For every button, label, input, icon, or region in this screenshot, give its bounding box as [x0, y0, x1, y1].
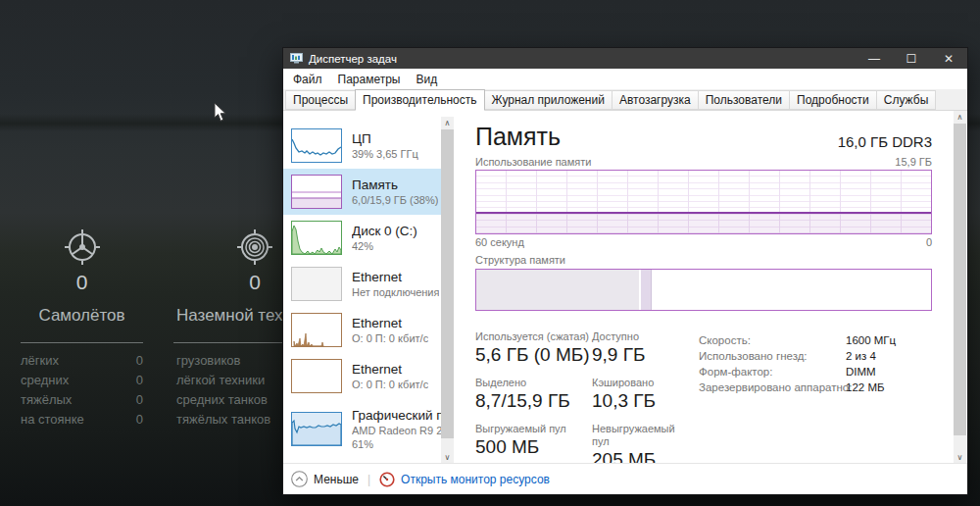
propeller-icon: [63, 228, 102, 271]
menu-view[interactable]: Вид: [408, 73, 445, 86]
composition-modified-segment: [641, 270, 652, 310]
sidebar-item-ethernet-2[interactable]: Ethernet О: 0 П: 0 кбит/с: [283, 307, 441, 353]
aircraft-count: 0: [21, 271, 143, 294]
titlebar[interactable]: Диспетчер задач — ☐ ✕: [283, 48, 967, 69]
collapse-button[interactable]: Меньше: [291, 471, 359, 487]
divider: [21, 342, 143, 343]
info-form-factor: Форм-фактор:DIMM: [699, 364, 896, 380]
tab-performance[interactable]: Производительность: [355, 89, 484, 111]
tab-processes[interactable]: Процессы: [285, 90, 356, 110]
hardware-info: Скорость:1600 МГц Использовано гнезд:2 и…: [699, 330, 896, 471]
menu-file[interactable]: Файл: [285, 73, 330, 86]
tab-details[interactable]: Подробности: [789, 90, 877, 110]
tab-app-history[interactable]: Журнал приложений: [484, 90, 612, 110]
ethernet-mini-graph-disabled: [291, 267, 342, 301]
pane-title: Память: [475, 123, 561, 150]
aircraft-title: Самолётов: [21, 306, 143, 326]
info-speed: Скорость:1600 МГц: [699, 332, 896, 348]
stat-available: Доступно 9,9 ГБ: [592, 330, 690, 366]
footer-separator: |: [368, 473, 370, 486]
aircraft-row: на стоянке 0: [21, 410, 143, 430]
tab-services[interactable]: Службы: [876, 90, 936, 110]
aircraft-row: тяжёлых 0: [21, 390, 143, 410]
scrollbar-thumb[interactable]: [441, 129, 454, 438]
aircraft-row: средних 0: [21, 371, 143, 390]
mouse-cursor: [214, 102, 227, 126]
window-title: Диспетчер задач: [309, 53, 856, 65]
usage-chart-max: 15,9 ГБ: [895, 156, 932, 168]
tank-wheel-icon: [235, 228, 274, 271]
info-hw-reserved: Зарезервировано аппаратно:122 МБ: [699, 380, 896, 395]
chart-x-left: 60 секунд: [475, 236, 524, 248]
close-button[interactable]: ✕: [930, 48, 967, 69]
ethernet-mini-graph-traffic: [291, 313, 342, 347]
window-footer: Меньше | Открыть монитор ресурсов: [283, 463, 967, 494]
scroll-up-arrow[interactable]: ∧: [954, 111, 966, 124]
sidebar-item-memory[interactable]: Память 6,0/15,9 ГБ (38%): [283, 169, 441, 215]
info-slots: Использовано гнезд:2 из 4: [699, 348, 896, 364]
memory-stats: Используется (сжатая) 5,6 ГБ (0 МБ) Дост…: [475, 330, 690, 471]
screen: 0 Самолётов лёгких 0 средних 0 тяжёлых 0…: [0, 0, 980, 506]
cpu-mini-graph: [291, 128, 342, 163]
scroll-up-arrow[interactable]: ∧: [441, 117, 454, 129]
disk-mini-graph: [291, 221, 342, 255]
menu-options[interactable]: Параметры: [330, 73, 409, 86]
memory-mini-graph: [291, 175, 342, 209]
stat-cached: Кэшировано 10,3 ГБ: [592, 377, 690, 412]
resource-monitor-gauge-icon: [379, 472, 395, 487]
sidebar-item-ethernet-1[interactable]: Ethernet Нет подключения: [283, 261, 441, 307]
composition-inuse-segment: [476, 270, 641, 310]
scrollbar-thumb[interactable]: [954, 124, 966, 435]
sidebar-scrollbar[interactable]: ∧ ∨: [441, 117, 454, 464]
sidebar-item-cpu[interactable]: ЦП 39% 3,65 ГГц: [283, 123, 441, 169]
stat-committed: Выделено 8,7/15,9 ГБ: [475, 377, 592, 412]
memory-usage-fill: [476, 212, 931, 233]
aircraft-row: лёгких 0: [21, 351, 143, 371]
main-scrollbar[interactable]: ∧ ∨: [954, 111, 966, 464]
usage-chart-label: Использование памяти: [475, 156, 591, 168]
task-manager-window: Диспетчер задач — ☐ ✕ Файл Параметры Вид…: [282, 47, 968, 495]
maximize-button[interactable]: ☐: [893, 48, 930, 69]
performance-sidebar: ЦП 39% 3,65 ГГц Память 6,0/15,9 ГБ (38%): [283, 111, 454, 464]
memory-pane: Память 16,0 ГБ DDR3 Использование памяти…: [454, 111, 955, 464]
chevron-up-circle-icon: [291, 471, 308, 487]
tab-startup[interactable]: Автозагрузка: [612, 90, 699, 110]
minimize-button[interactable]: —: [856, 48, 893, 69]
sidebar-item-disk[interactable]: Диск 0 (C:) 42%: [283, 215, 441, 261]
menubar: Файл Параметры Вид: [283, 69, 967, 90]
performance-content: ЦП 39% 3,65 ГГц Память 6,0/15,9 ГБ (38%): [283, 111, 967, 464]
open-resource-monitor-link[interactable]: Открыть монитор ресурсов: [379, 472, 550, 487]
chart-x-right: 0: [926, 236, 932, 248]
tab-bar: Процессы Производительность Журнал прило…: [283, 90, 967, 111]
sidebar-item-ethernet-3[interactable]: Ethernet О: 0 П: 0 кбит/с: [283, 353, 441, 399]
memory-capacity: 16,0 ГБ DDR3: [838, 133, 932, 150]
composition-label: Структура памяти: [475, 254, 565, 266]
memory-usage-chart: [475, 170, 932, 234]
tab-users[interactable]: Пользователи: [698, 90, 790, 110]
gpu-mini-graph: [291, 412, 342, 446]
less-label: Меньше: [314, 473, 359, 486]
ethernet-mini-graph-idle: [291, 359, 342, 393]
stat-in-use: Используется (сжатая) 5,6 ГБ (0 МБ): [475, 330, 592, 366]
sidebar-item-gpu[interactable]: Графический п AMD Radeon R9 200 61%: [283, 399, 441, 458]
memory-composition-bar: [475, 269, 932, 311]
app-icon: [290, 53, 303, 64]
